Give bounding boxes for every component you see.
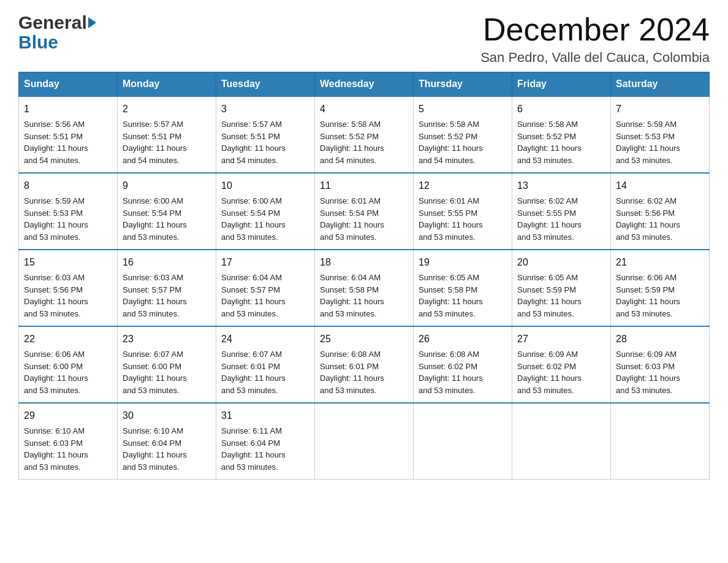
- day-info: Sunrise: 6:07 AMSunset: 6:00 PMDaylight:…: [123, 350, 187, 395]
- day-cell-10: 10Sunrise: 6:00 AMSunset: 5:54 PMDayligh…: [216, 173, 315, 250]
- day-cell-21: 21Sunrise: 6:06 AMSunset: 5:59 PMDayligh…: [611, 250, 710, 326]
- main-title: December 2024: [480, 12, 710, 47]
- subtitle: San Pedro, Valle del Cauca, Colombia: [480, 50, 710, 66]
- day-number: 21: [616, 255, 704, 270]
- day-number: 16: [123, 255, 211, 270]
- day-number: 13: [517, 178, 605, 193]
- calendar-body: 1Sunrise: 5:56 AMSunset: 5:51 PMDaylight…: [19, 96, 710, 480]
- day-cell-20: 20Sunrise: 6:05 AMSunset: 5:59 PMDayligh…: [512, 250, 611, 326]
- day-info: Sunrise: 6:03 AMSunset: 5:56 PMDaylight:…: [24, 273, 88, 318]
- day-number: 15: [24, 255, 112, 270]
- day-info: Sunrise: 6:06 AMSunset: 5:59 PMDaylight:…: [616, 273, 680, 318]
- day-cell-1: 1Sunrise: 5:56 AMSunset: 5:51 PMDaylight…: [19, 96, 118, 173]
- day-cell-6: 6Sunrise: 5:58 AMSunset: 5:52 PMDaylight…: [512, 96, 611, 173]
- day-number: 29: [24, 408, 112, 423]
- day-cell-31: 31Sunrise: 6:11 AMSunset: 6:04 PMDayligh…: [216, 403, 315, 480]
- day-cell-18: 18Sunrise: 6:04 AMSunset: 5:58 PMDayligh…: [315, 250, 414, 326]
- day-cell-26: 26Sunrise: 6:08 AMSunset: 6:02 PMDayligh…: [414, 326, 512, 403]
- logo: General Blue: [18, 12, 96, 53]
- day-number: 23: [123, 332, 211, 347]
- day-info: Sunrise: 6:06 AMSunset: 6:00 PMDaylight:…: [24, 350, 88, 395]
- header-cell-wednesday: Wednesday: [315, 72, 414, 97]
- day-number: 11: [320, 178, 408, 193]
- day-number: 7: [616, 102, 704, 117]
- day-cell-7: 7Sunrise: 5:59 AMSunset: 5:53 PMDaylight…: [611, 96, 710, 173]
- day-info: Sunrise: 6:04 AMSunset: 5:57 PMDaylight:…: [221, 273, 286, 318]
- day-number: 1: [24, 102, 112, 117]
- day-number: 31: [221, 408, 309, 423]
- day-info: Sunrise: 6:09 AMSunset: 6:02 PMDaylight:…: [517, 350, 582, 395]
- day-cell-17: 17Sunrise: 6:04 AMSunset: 5:57 PMDayligh…: [216, 250, 315, 326]
- day-cell-19: 19Sunrise: 6:05 AMSunset: 5:58 PMDayligh…: [414, 250, 512, 326]
- day-info: Sunrise: 6:08 AMSunset: 6:02 PMDaylight:…: [419, 350, 483, 395]
- day-number: 22: [24, 332, 112, 347]
- day-number: 24: [221, 332, 309, 347]
- header-cell-thursday: Thursday: [414, 72, 512, 97]
- day-cell-24: 24Sunrise: 6:07 AMSunset: 6:01 PMDayligh…: [216, 326, 315, 403]
- day-info: Sunrise: 5:58 AMSunset: 5:52 PMDaylight:…: [517, 120, 582, 165]
- logo-blue-text: Blue: [18, 32, 58, 53]
- day-cell-25: 25Sunrise: 6:08 AMSunset: 6:01 PMDayligh…: [315, 326, 414, 403]
- day-number: 5: [419, 102, 507, 117]
- day-number: 20: [517, 255, 605, 270]
- week-row-3: 15Sunrise: 6:03 AMSunset: 5:56 PMDayligh…: [19, 250, 710, 326]
- day-number: 18: [320, 255, 408, 270]
- day-cell-9: 9Sunrise: 6:00 AMSunset: 5:54 PMDaylight…: [118, 173, 216, 250]
- day-cell-8: 8Sunrise: 5:59 AMSunset: 5:53 PMDaylight…: [19, 173, 118, 250]
- day-info: Sunrise: 5:59 AMSunset: 5:53 PMDaylight:…: [616, 120, 680, 165]
- day-number: 25: [320, 332, 408, 347]
- empty-cell: [512, 403, 611, 480]
- day-number: 9: [123, 178, 211, 193]
- day-cell-30: 30Sunrise: 6:10 AMSunset: 6:04 PMDayligh…: [118, 403, 216, 480]
- day-info: Sunrise: 6:09 AMSunset: 6:03 PMDaylight:…: [616, 350, 680, 395]
- week-row-2: 8Sunrise: 5:59 AMSunset: 5:53 PMDaylight…: [19, 173, 710, 250]
- day-info: Sunrise: 6:01 AMSunset: 5:54 PMDaylight:…: [320, 196, 384, 242]
- day-number: 4: [320, 102, 408, 117]
- day-info: Sunrise: 6:11 AMSunset: 6:04 PMDaylight:…: [221, 426, 286, 472]
- day-info: Sunrise: 5:59 AMSunset: 5:53 PMDaylight:…: [24, 196, 88, 242]
- day-info: Sunrise: 6:03 AMSunset: 5:57 PMDaylight:…: [123, 273, 187, 318]
- week-row-5: 29Sunrise: 6:10 AMSunset: 6:03 PMDayligh…: [19, 403, 710, 480]
- day-info: Sunrise: 6:10 AMSunset: 6:03 PMDaylight:…: [24, 426, 88, 472]
- day-number: 26: [419, 332, 507, 347]
- day-cell-27: 27Sunrise: 6:09 AMSunset: 6:02 PMDayligh…: [512, 326, 611, 403]
- day-cell-11: 11Sunrise: 6:01 AMSunset: 5:54 PMDayligh…: [315, 173, 414, 250]
- day-cell-22: 22Sunrise: 6:06 AMSunset: 6:00 PMDayligh…: [19, 326, 118, 403]
- day-cell-16: 16Sunrise: 6:03 AMSunset: 5:57 PMDayligh…: [118, 250, 216, 326]
- day-cell-13: 13Sunrise: 6:02 AMSunset: 5:55 PMDayligh…: [512, 173, 611, 250]
- day-cell-23: 23Sunrise: 6:07 AMSunset: 6:00 PMDayligh…: [118, 326, 216, 403]
- day-number: 12: [419, 178, 507, 193]
- empty-cell: [414, 403, 512, 480]
- day-cell-2: 2Sunrise: 5:57 AMSunset: 5:51 PMDaylight…: [118, 96, 216, 173]
- day-info: Sunrise: 6:01 AMSunset: 5:55 PMDaylight:…: [419, 196, 483, 242]
- day-number: 17: [221, 255, 309, 270]
- empty-cell: [315, 403, 414, 480]
- day-info: Sunrise: 6:05 AMSunset: 5:59 PMDaylight:…: [517, 273, 582, 318]
- day-number: 27: [517, 332, 605, 347]
- calendar-header: SundayMondayTuesdayWednesdayThursdayFrid…: [19, 72, 710, 97]
- day-cell-14: 14Sunrise: 6:02 AMSunset: 5:56 PMDayligh…: [611, 173, 710, 250]
- day-number: 19: [419, 255, 507, 270]
- day-cell-4: 4Sunrise: 5:58 AMSunset: 5:52 PMDaylight…: [315, 96, 414, 173]
- day-cell-15: 15Sunrise: 6:03 AMSunset: 5:56 PMDayligh…: [19, 250, 118, 326]
- empty-cell: [611, 403, 710, 480]
- day-number: 14: [616, 178, 704, 193]
- day-info: Sunrise: 6:02 AMSunset: 5:56 PMDaylight:…: [616, 196, 680, 242]
- logo-general-text: General: [18, 12, 96, 33]
- day-info: Sunrise: 6:02 AMSunset: 5:55 PMDaylight:…: [517, 196, 582, 242]
- header-cell-monday: Monday: [118, 72, 216, 97]
- day-number: 30: [123, 408, 211, 423]
- day-cell-29: 29Sunrise: 6:10 AMSunset: 6:03 PMDayligh…: [19, 403, 118, 480]
- logo-arrow-icon: [88, 17, 96, 28]
- day-info: Sunrise: 6:07 AMSunset: 6:01 PMDaylight:…: [221, 350, 286, 395]
- day-number: 10: [221, 178, 309, 193]
- day-cell-12: 12Sunrise: 6:01 AMSunset: 5:55 PMDayligh…: [414, 173, 512, 250]
- day-number: 28: [616, 332, 704, 347]
- day-info: Sunrise: 6:00 AMSunset: 5:54 PMDaylight:…: [123, 196, 187, 242]
- day-cell-28: 28Sunrise: 6:09 AMSunset: 6:03 PMDayligh…: [611, 326, 710, 403]
- header-cell-sunday: Sunday: [19, 72, 118, 97]
- day-info: Sunrise: 6:05 AMSunset: 5:58 PMDaylight:…: [419, 273, 483, 318]
- week-row-4: 22Sunrise: 6:06 AMSunset: 6:00 PMDayligh…: [19, 326, 710, 403]
- day-cell-5: 5Sunrise: 5:58 AMSunset: 5:52 PMDaylight…: [414, 96, 512, 173]
- day-number: 6: [517, 102, 605, 117]
